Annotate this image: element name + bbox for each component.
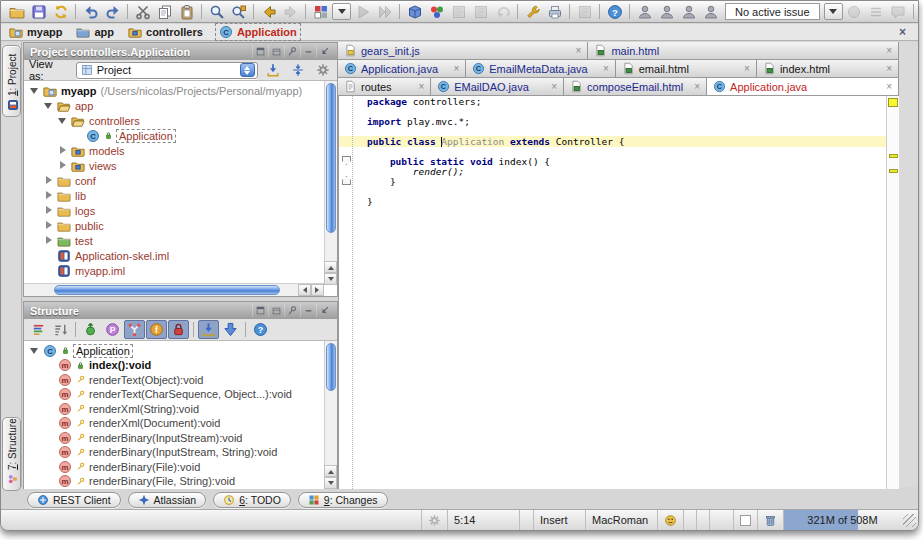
structure-row-application[interactable]: Application — [30, 343, 132, 358]
module-settings-icon[interactable] — [404, 2, 425, 22]
tree-row-models[interactable]: models — [58, 143, 124, 158]
tab-application-java-active[interactable]: Application.java× — [707, 78, 899, 95]
scrollbar-thumb[interactable] — [54, 285, 280, 295]
insert-mode-cell[interactable]: Insert — [533, 510, 585, 530]
expanded-arrow-icon[interactable] — [44, 101, 53, 110]
idetalk-user-icon-1[interactable] — [634, 2, 655, 22]
project-panel-header[interactable]: Project controllers.Application — [24, 43, 337, 60]
status-gear-icon[interactable] — [421, 510, 447, 530]
show-fields-icon[interactable] — [146, 320, 167, 339]
breadcrumb-controllers[interactable]: controllers — [128, 25, 203, 39]
toolwindow-tab-structure[interactable]: 7: Structure — [2, 417, 21, 491]
tab-main-html[interactable]: main.html× — [588, 42, 899, 59]
view-members-icon[interactable] — [28, 320, 49, 339]
show-non-public-icon[interactable] — [168, 320, 189, 339]
garbage-collector-icon[interactable] — [757, 510, 783, 530]
tree-row-application-skel-iml[interactable]: Application-skel.iml — [57, 248, 169, 263]
redo-icon[interactable] — [102, 2, 123, 22]
tree-row-myapp[interactable]: myapp (/Users/nicolas/Projects/Personal/… — [30, 83, 302, 98]
idetalk-user-icon-4[interactable] — [700, 2, 721, 22]
tree-row-public[interactable]: public — [44, 218, 104, 233]
find-icon[interactable] — [206, 2, 227, 22]
close-icon[interactable]: × — [453, 64, 459, 74]
project-tree-horizontal-scrollbar[interactable] — [24, 283, 324, 296]
scrollbar-thumb[interactable] — [326, 343, 336, 391]
pin-icon[interactable] — [284, 45, 299, 58]
paste-icon[interactable] — [176, 2, 197, 22]
structure-row-method[interactable]: renderBinary(File, String):void — [58, 474, 235, 489]
expanded-arrow-icon[interactable] — [30, 346, 39, 355]
active-issue-dropdown[interactable] — [824, 3, 843, 20]
sort-alphabetically-icon[interactable] — [50, 320, 71, 339]
show-properties-icon[interactable] — [102, 320, 123, 339]
settings-gear-icon[interactable] — [313, 62, 332, 79]
toolwindow-button-changes[interactable]: 9: Changes — [298, 492, 388, 508]
collapsed-arrow-icon[interactable] — [44, 236, 53, 245]
resume-icon[interactable] — [374, 2, 395, 22]
export-settings-icon[interactable] — [544, 2, 565, 22]
structure-row-method[interactable]: renderBinary(InputStream):void — [58, 430, 242, 445]
replace-icon[interactable] — [228, 2, 249, 22]
fold-start-icon[interactable] — [342, 156, 351, 165]
idetalk-status-icon[interactable] — [657, 510, 683, 530]
run-icon[interactable] — [352, 2, 373, 22]
tab-emaildao-java[interactable]: EMailDAO.java× — [431, 78, 564, 95]
close-icon[interactable]: × — [744, 64, 750, 74]
breadcrumb-myapp[interactable]: myapp — [9, 25, 62, 39]
forward-icon[interactable] — [280, 2, 301, 22]
window-shade-icon[interactable] — [268, 45, 283, 58]
code-editor[interactable]: package controllers; import play.mvc.*; … — [338, 96, 899, 489]
float-mode-icon[interactable] — [252, 45, 267, 58]
tree-row-app[interactable]: app — [44, 98, 93, 113]
close-icon[interactable]: × — [694, 82, 700, 92]
toolwindow-button-todo[interactable]: 6: TODO — [213, 492, 291, 508]
help-icon[interactable] — [604, 2, 625, 22]
project-structure-icon[interactable] — [426, 2, 447, 22]
close-icon[interactable]: × — [886, 46, 892, 56]
synchronize-icon[interactable] — [50, 2, 71, 22]
close-icon[interactable]: × — [418, 82, 424, 92]
pin-icon[interactable] — [284, 304, 299, 317]
hide-icon[interactable] — [316, 304, 331, 317]
breadcrumb-application[interactable]: Application — [217, 25, 299, 39]
message-icon[interactable] — [888, 2, 909, 22]
screenshot-icon[interactable] — [574, 2, 595, 22]
close-icon[interactable]: × — [886, 64, 892, 74]
structure-row-method[interactable]: index():void — [58, 358, 151, 373]
memory-indicator[interactable]: 321M of 508M — [783, 510, 901, 530]
structure-row-method[interactable]: renderText(Object):void — [58, 372, 203, 387]
structure-row-method[interactable]: renderText(CharSequence, Object...):void — [58, 387, 292, 402]
cut-icon[interactable] — [132, 2, 153, 22]
scroll-left-icon[interactable] — [298, 284, 311, 296]
toolwindow-button-rest-client[interactable]: REST Client — [27, 492, 121, 508]
structure-row-method[interactable]: renderXml(Document):void — [58, 416, 220, 431]
run-configurations-icon[interactable] — [310, 2, 331, 22]
scroll-right-icon[interactable] — [311, 284, 324, 296]
collapsed-arrow-icon[interactable] — [44, 206, 53, 215]
toolwindow-tab-project[interactable]: 1: Project — [2, 45, 21, 117]
readonly-checkbox[interactable] — [733, 510, 757, 530]
structure-row-method[interactable]: renderBinary(File):void — [58, 459, 200, 474]
idetalk-user-icon-2[interactable] — [656, 2, 677, 22]
window-shade-icon[interactable] — [268, 304, 283, 317]
minimize-icon[interactable] — [300, 304, 315, 317]
idetalk-user-icon-3[interactable] — [678, 2, 699, 22]
structure-row-method[interactable]: renderXml(String):void — [58, 401, 199, 416]
autoscroll-to-source-icon[interactable] — [198, 320, 219, 339]
save-all-icon[interactable] — [28, 2, 49, 22]
autoscroll-from-source-icon[interactable] — [220, 320, 241, 339]
tab-index-html[interactable]: index.html× — [757, 60, 899, 77]
minimize-icon[interactable] — [300, 45, 315, 58]
view-as-combo[interactable]: Project — [76, 62, 258, 79]
warning-stripe-mark[interactable] — [889, 169, 898, 173]
show-inherited-icon[interactable] — [80, 320, 101, 339]
close-icon[interactable]: × — [603, 64, 609, 74]
collapsed-arrow-icon[interactable] — [44, 191, 53, 200]
project-tree-vertical-scrollbar[interactable] — [324, 81, 337, 285]
structure-row-method[interactable]: renderBinary(InputStream, String):void — [58, 445, 277, 460]
collapsed-arrow-icon[interactable] — [44, 176, 53, 185]
caret-position-cell[interactable]: 5:14 — [447, 510, 519, 530]
tab-gears-init-js[interactable]: gears_init.js× — [338, 42, 588, 59]
tree-row-conf[interactable]: conf — [44, 173, 96, 188]
expanded-arrow-icon[interactable] — [30, 86, 39, 95]
